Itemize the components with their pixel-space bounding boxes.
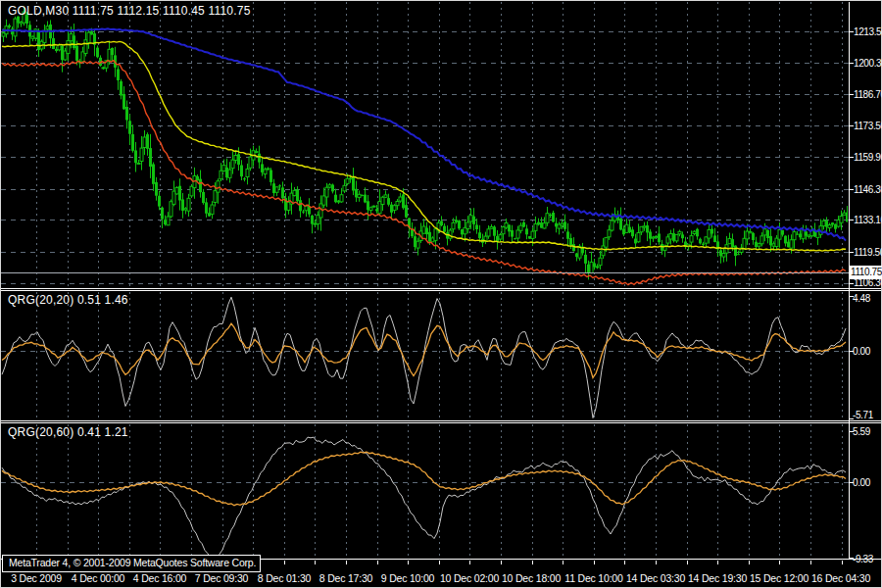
- indicator2-surface[interactable]: [0, 423, 849, 559]
- main-chart-surface[interactable]: [0, 2, 849, 288]
- time-axis[interactable]: [0, 561, 849, 588]
- price-axis[interactable]: [849, 2, 882, 561]
- indicator1-surface[interactable]: [0, 291, 849, 420]
- mt4-chart-window: GOLD,M30 1111.75 1112.15 1110.45 1110.75…: [0, 0, 882, 588]
- panel-splitter-2[interactable]: [0, 420, 882, 423]
- panel-splitter-1[interactable]: [0, 288, 882, 291]
